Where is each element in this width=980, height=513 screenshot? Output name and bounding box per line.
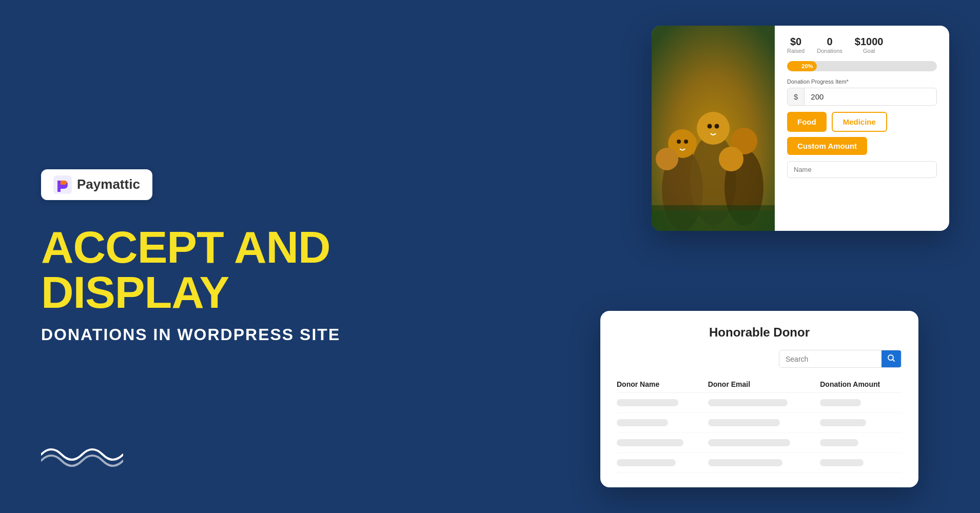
food-button[interactable]: Food [787,112,827,132]
donation-form-content: $0 Raised 0 Donations $1000 Goal 2 [775,26,949,231]
name-input[interactable] [787,161,937,178]
search-button[interactable] [881,350,901,367]
custom-amount-row: Custom Amount [787,137,937,161]
right-section: $0 Raised 0 Donations $1000 Goal 2 [600,26,949,487]
table-header-row: Donor Name Donor Email Donation Amount [617,376,902,393]
col-donor-email: Donor Email [708,376,820,393]
stat-donations: 0 Donations [817,36,842,54]
headline: ACCEPT AND DISPLAY [41,225,349,315]
skeleton-cell [820,459,864,466]
skeleton-cell [617,419,668,426]
search-input-wrap: ▾ [779,350,902,368]
svg-point-10 [677,140,681,144]
goal-label: Goal [855,48,884,54]
skeleton-cell [708,419,780,426]
wave-decoration [41,439,123,472]
donor-card-title: Honorable Donor [617,325,902,340]
table-row [617,453,902,473]
progress-bar-fill: 20% [787,61,817,71]
donor-table: Donor Name Donor Email Donation Amount [617,376,902,473]
stat-raised: $0 Raised [787,36,805,54]
amount-value: 200 [805,88,830,105]
stats-row: $0 Raised 0 Donations $1000 Goal [787,36,937,54]
skeleton-cell [708,399,788,406]
campaign-image [652,26,775,231]
subheadline: DONATIONS IN WORDPRESS SITE [41,325,349,344]
svg-point-9 [719,147,743,171]
stat-goal: $1000 Goal [855,36,884,54]
donor-card: Honorable Donor ▾ Donor Name Donor Email [600,311,918,487]
raised-value: $0 [787,36,805,48]
logo-container: Paymattic [41,169,152,200]
skeleton-cell [820,399,861,406]
col-donation-amount: Donation Amount [820,376,902,393]
table-row [617,413,902,433]
table-row [617,393,902,413]
custom-amount-button[interactable]: Custom Amount [787,137,867,155]
skeleton-cell [617,459,676,466]
category-buttons: Food Medicine [787,112,937,132]
form-field-label: Donation Progress Item* [787,78,937,85]
headline-line2: DISPLAY [41,270,349,315]
svg-point-12 [708,124,712,129]
skeleton-cell [617,399,678,406]
svg-point-13 [715,124,719,129]
search-row: ▾ [617,350,902,368]
progress-label: 20% [801,63,813,69]
donations-label: Donations [817,48,842,54]
table-row [617,433,902,453]
svg-point-6 [697,112,730,145]
donation-card: $0 Raised 0 Donations $1000 Goal 2 [652,26,949,231]
currency-symbol: $ [788,88,805,105]
skeleton-cell [617,439,683,446]
left-section: Paymattic ACCEPT AND DISPLAY DONATIONS I… [0,0,390,513]
goal-value: $1000 [855,36,884,48]
skeleton-cell [708,459,782,466]
headline-line1: ACCEPT AND [41,225,349,270]
skeleton-cell [820,439,858,446]
progress-bar-container: 20% [787,61,937,71]
search-dropdown-button[interactable]: ▾ [901,351,902,367]
search-input[interactable] [779,351,881,367]
paymattic-logo-icon [53,175,72,194]
svg-line-17 [893,360,894,361]
logo-text: Paymattic [77,176,140,192]
skeleton-cell [820,419,866,426]
medicine-button[interactable]: Medicine [832,112,887,132]
skeleton-cell [708,439,790,446]
amount-input-row: $ 200 [787,88,937,106]
donations-value: 0 [817,36,842,48]
raised-label: Raised [787,48,805,54]
svg-point-11 [684,140,688,144]
svg-point-8 [656,148,678,170]
svg-rect-15 [652,210,775,231]
col-donor-name: Donor Name [617,376,708,393]
search-icon [888,354,895,362]
